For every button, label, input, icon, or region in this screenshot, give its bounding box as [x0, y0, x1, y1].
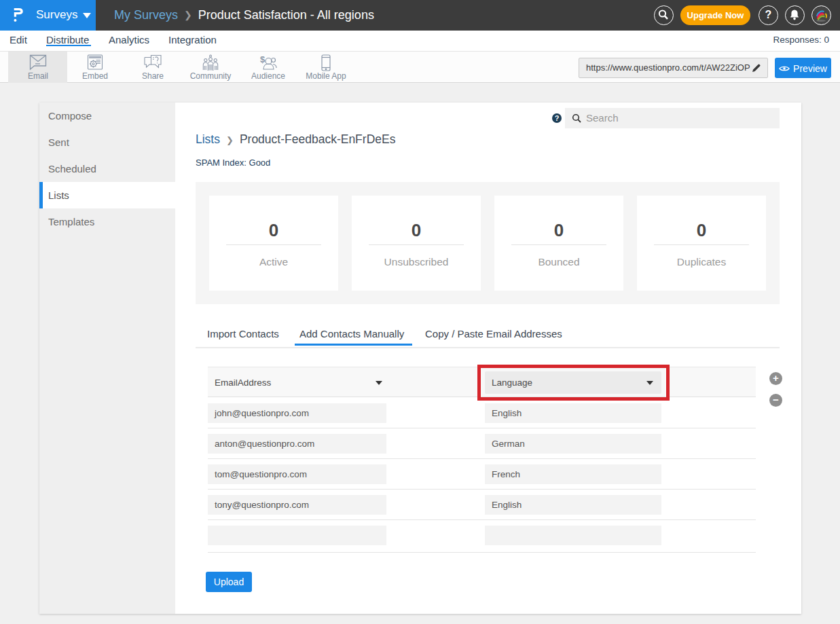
svg-text:$: $ [260, 54, 266, 65]
